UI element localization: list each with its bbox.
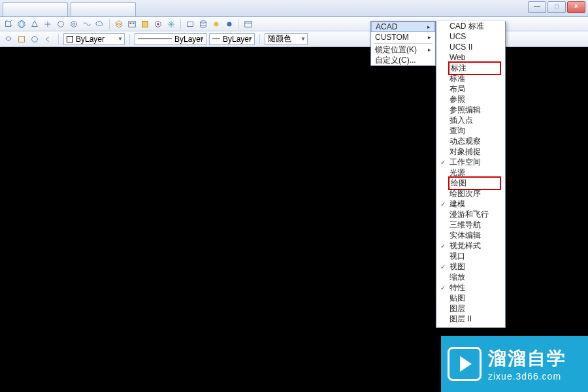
menu-item-label: 自定义(C)... — [375, 55, 431, 66]
menu-item[interactable]: 对象捕捉 — [436, 146, 505, 157]
donut-icon[interactable] — [68, 19, 80, 29]
layer-prev-icon[interactable] — [42, 34, 54, 44]
menu-item-label: UCS II — [449, 42, 501, 52]
svg-marker-6 — [32, 20, 38, 26]
chevron-down-icon: ▼ — [301, 36, 306, 42]
dot-yellow-icon[interactable] — [210, 19, 222, 29]
menu-item-label: 视口 — [449, 251, 501, 262]
menu-item[interactable]: 标准 — [436, 73, 505, 84]
menu-item[interactable]: ✓建模 — [436, 199, 505, 209]
menu-item[interactable]: 插入点 — [436, 115, 505, 125]
warp-icon[interactable] — [81, 19, 93, 29]
svg-rect-0 — [6, 21, 11, 26]
menu-item[interactable]: ✓视图 — [436, 261, 505, 272]
globe-icon[interactable] — [16, 19, 27, 29]
layer-match-icon[interactable] — [29, 34, 41, 44]
menu-item[interactable]: 缩放 — [436, 272, 505, 282]
maximize-button[interactable]: □ — [547, 1, 566, 13]
highlight-icon[interactable] — [139, 19, 151, 29]
menu-item[interactable]: 布局 — [436, 84, 505, 94]
menu-item-label: 特性 — [449, 282, 501, 293]
watermark-title: 溜溜自学 — [488, 346, 566, 371]
menu-item-label: 标准 — [449, 73, 501, 84]
menu-item-label: CUSTOM — [375, 33, 428, 42]
menu-item[interactable]: CAD 标准 — [436, 21, 505, 31]
layer-dropdown-value: ByLayer — [76, 35, 105, 44]
menu-item[interactable]: 查询 — [436, 125, 505, 136]
svg-point-29 — [214, 22, 219, 26]
menu-item[interactable]: 绘图次序 — [436, 188, 505, 199]
svg-rect-17 — [142, 21, 148, 27]
menu-item[interactable]: 动态观察 — [436, 136, 505, 146]
checkmark-icon: ✓ — [440, 242, 449, 250]
menu-item-label: 查询 — [449, 125, 501, 137]
layer-manager-icon[interactable] — [3, 34, 14, 44]
cloud-icon[interactable] — [94, 19, 106, 29]
linetype-dropdown[interactable]: ByLayer ▼ — [135, 33, 206, 45]
menu-item[interactable]: 漫游和飞行 — [436, 209, 505, 220]
menu-item[interactable]: 视口 — [436, 251, 505, 261]
minimize-button[interactable]: — — [528, 1, 546, 13]
palette-icon[interactable] — [126, 19, 138, 29]
lineweight-dropdown[interactable]: ByLayer ▼ — [209, 33, 255, 45]
submenu-arrow-icon: ▸ — [428, 46, 431, 53]
cone-icon[interactable] — [29, 19, 41, 29]
layers-icon[interactable] — [113, 19, 125, 29]
plus-icon[interactable] — [42, 19, 54, 29]
close-button[interactable]: × — [567, 1, 585, 13]
menu-item[interactable]: ✓特性 — [436, 282, 505, 293]
layer-dropdown[interactable]: ByLayer ▼ — [63, 33, 125, 45]
svg-point-10 — [71, 21, 77, 27]
menu-item[interactable]: 贴图 — [436, 293, 505, 303]
menu-item[interactable]: 实体编辑 — [436, 230, 505, 240]
watermark-url: zixue.3d66.com — [488, 371, 566, 382]
checkmark-icon: ✓ — [440, 263, 449, 270]
cube-icon[interactable] — [3, 19, 14, 29]
recent-icon[interactable] — [242, 19, 254, 29]
toolbar-separator — [58, 34, 59, 44]
menu-item-label: 工作空间 — [449, 157, 501, 168]
svg-point-4 — [18, 20, 25, 27]
menu-item[interactable]: 锁定位置(K)▸ — [371, 44, 435, 55]
svg-line-2 — [11, 20, 12, 21]
menu-item[interactable]: UCS — [436, 31, 505, 42]
menu-item-label: 参照编辑 — [449, 105, 501, 116]
svg-point-5 — [20, 20, 23, 27]
layer-state-icon[interactable] — [16, 34, 27, 44]
menu-item[interactable]: 绘图 — [436, 178, 505, 188]
context-menu-level-2: CAD 标准UCSUCS IIWeb标注标准布局参照参照编辑插入点查询动态观察对… — [436, 21, 506, 328]
sphere-icon[interactable] — [55, 19, 67, 29]
menu-item[interactable]: ✓工作空间 — [436, 157, 505, 167]
chevron-down-icon: ▼ — [248, 36, 253, 42]
window-tab[interactable] — [3, 2, 68, 16]
menu-item[interactable]: ACAD▸ — [371, 22, 435, 32]
svg-point-35 — [32, 36, 38, 42]
toolbar-separator — [180, 19, 181, 29]
menu-item[interactable]: ✓视觉样式 — [436, 240, 505, 251]
menu-item[interactable]: UCS II — [436, 42, 505, 52]
svg-point-19 — [157, 23, 159, 25]
freeze-icon[interactable] — [165, 19, 177, 29]
chevron-down-icon: ▼ — [199, 36, 204, 42]
menu-item[interactable]: 三维导航 — [436, 220, 505, 230]
toolbar-separator — [109, 19, 110, 29]
menu-item[interactable]: 标注 — [436, 63, 505, 73]
isolate-icon[interactable] — [152, 19, 164, 29]
svg-rect-34 — [19, 36, 25, 42]
menu-item[interactable]: CUSTOM▸ — [371, 32, 435, 42]
menu-item-label: 动态观察 — [449, 136, 501, 147]
menu-item-label: 三维导航 — [449, 220, 501, 231]
dot-blue-icon[interactable] — [223, 19, 235, 29]
window-tab[interactable] — [71, 2, 136, 16]
submenu-arrow-icon: ▸ — [428, 34, 431, 41]
menu-item[interactable]: 图层 — [436, 303, 505, 314]
cylinder-icon[interactable] — [197, 19, 209, 29]
menu-item[interactable]: 图层 II — [436, 314, 505, 324]
menu-item-label: 贴图 — [449, 293, 501, 304]
box-icon[interactable] — [184, 19, 196, 29]
menu-item[interactable]: 自定义(C)... — [371, 55, 435, 65]
menu-item[interactable]: 参照 — [436, 94, 505, 105]
checkmark-icon: ✓ — [440, 201, 449, 208]
menu-item[interactable]: 参照编辑 — [436, 105, 505, 115]
plotstyle-dropdown[interactable]: 随颜色 ▼ — [265, 33, 308, 45]
